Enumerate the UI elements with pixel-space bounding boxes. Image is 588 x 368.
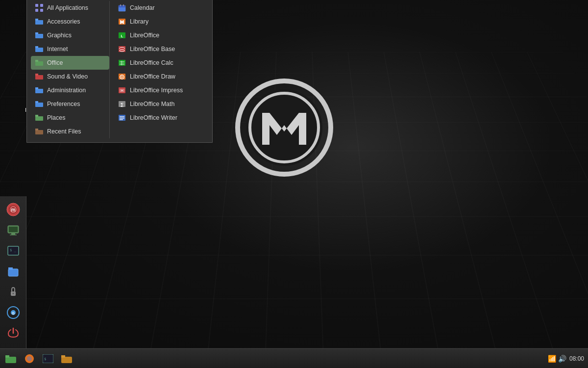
svg-text:∑: ∑ — [121, 102, 123, 107]
svg-rect-45 — [35, 74, 38, 76]
svg-rect-79 — [120, 116, 124, 117]
svg-rect-56 — [120, 4, 121, 6]
library-icon — [118, 17, 126, 26]
menu-item-all-apps[interactable]: All Applications — [31, 1, 109, 15]
menu-item-lo-draw[interactable]: LibreOffice Draw — [114, 70, 207, 83]
panel-lock[interactable] — [4, 283, 23, 301]
menu-right-column: Calendar Library L — [109, 1, 207, 138]
taskbar-right: 📶 🔊 08:00 — [548, 355, 588, 363]
menu-item-internet[interactable]: Internet — [31, 42, 109, 56]
accessories-label: Accessories — [47, 18, 80, 25]
start-menu: 🔍 All Applications — [26, 0, 213, 143]
svg-rect-80 — [120, 118, 124, 119]
calendar-label: Calendar — [130, 4, 155, 11]
menu-item-lo-calc[interactable]: LibreOffice Calc — [114, 56, 207, 70]
menu-item-accessories[interactable]: Accessories — [31, 15, 109, 28]
recent-files-icon — [35, 127, 44, 136]
administration-icon — [35, 86, 44, 95]
menu-item-lo-base[interactable]: LibreOffice Base — [114, 42, 207, 56]
svg-rect-49 — [35, 101, 38, 103]
graphics-icon — [35, 31, 44, 40]
svg-rect-69 — [122, 61, 122, 65]
svg-rect-20 — [9, 227, 18, 232]
calendar-app-icon — [118, 3, 126, 12]
preferences-icon — [35, 100, 44, 108]
menu-item-calendar[interactable]: Calendar — [114, 1, 207, 15]
lo-math-label: LibreOffice Math — [130, 101, 174, 107]
desktop: Computer Home — [0, 0, 588, 368]
menu-item-places[interactable]: Places — [31, 111, 109, 125]
network-icon: 📶 — [548, 355, 556, 363]
office-icon — [35, 58, 44, 67]
all-apps-icon — [35, 3, 44, 12]
lo-math-icon: ∑ — [118, 100, 126, 108]
svg-rect-44 — [35, 75, 43, 79]
recent-files-label: Recent Files — [47, 128, 81, 135]
svg-rect-21 — [11, 233, 15, 235]
sound-video-label: Sound & Video — [47, 73, 88, 80]
svg-rect-32 — [35, 4, 38, 7]
menu-item-libreoffice[interactable]: L LibreOffice — [114, 28, 207, 42]
svg-rect-43 — [35, 60, 38, 62]
menu-item-preferences[interactable]: Preferences — [31, 97, 109, 111]
lo-writer-icon — [118, 113, 126, 122]
menu-item-administration[interactable]: Administration — [31, 83, 109, 97]
svg-rect-42 — [35, 61, 43, 66]
svg-rect-38 — [35, 34, 43, 38]
linux-mint-logo — [235, 79, 333, 177]
lo-impress-icon — [118, 86, 126, 95]
svg-rect-26 — [8, 267, 13, 270]
volume-icon: 🔊 — [558, 355, 566, 363]
library-label: Library — [130, 18, 148, 25]
panel-files[interactable] — [4, 262, 23, 281]
svg-rect-83 — [5, 355, 9, 358]
menu-item-office[interactable]: Office — [31, 56, 109, 70]
taskbar-firefox[interactable] — [21, 350, 38, 367]
menu-columns: All Applications Accessories — [31, 1, 208, 138]
svg-rect-40 — [35, 48, 43, 52]
panel-mint-button[interactable]: m — [4, 200, 23, 219]
menu-left-column: All Applications Accessories — [31, 1, 109, 138]
svg-text:$: $ — [44, 357, 46, 361]
panel-terminal[interactable]: $ _ — [4, 241, 23, 260]
menu-item-lo-math[interactable]: ∑ LibreOffice Math — [114, 97, 207, 111]
svg-point-28 — [12, 293, 14, 294]
svg-rect-22 — [10, 235, 17, 236]
svg-rect-55 — [119, 5, 125, 7]
svg-rect-81 — [120, 119, 123, 120]
taskbar-left: $ — [0, 350, 75, 367]
svg-rect-52 — [35, 130, 43, 134]
svg-rect-41 — [35, 46, 38, 48]
menu-item-library[interactable]: Library — [114, 15, 207, 28]
panel-show-desktop[interactable] — [4, 221, 23, 239]
menu-item-lo-impress[interactable]: LibreOffice Impress — [114, 83, 207, 97]
libreoffice-label: LibreOffice — [130, 32, 159, 39]
lo-writer-label: LibreOffice Writer — [130, 114, 177, 121]
svg-rect-35 — [40, 9, 43, 12]
svg-rect-51 — [35, 115, 38, 117]
sound-video-icon — [35, 72, 44, 81]
panel-power[interactable] — [4, 324, 23, 342]
svg-text:$ _: $ _ — [10, 248, 16, 252]
system-tray: 📶 🔊 — [548, 355, 566, 363]
preferences-label: Preferences — [47, 101, 80, 107]
lo-calc-label: LibreOffice Calc — [130, 59, 173, 66]
left-panel: m $ _ — [0, 196, 26, 348]
places-label: Places — [47, 114, 66, 121]
menu-item-graphics[interactable]: Graphics — [31, 28, 109, 42]
office-label: Office — [47, 59, 63, 66]
taskbar-terminal[interactable]: $ — [39, 350, 57, 367]
taskbar-files[interactable] — [58, 350, 75, 367]
accessories-icon — [35, 17, 44, 26]
menu-item-lo-writer[interactable]: LibreOffice Writer — [114, 111, 207, 125]
menu-item-recent-files[interactable]: Recent Files — [31, 125, 109, 138]
svg-rect-37 — [35, 19, 38, 21]
taskbar-time: 08:00 — [569, 355, 584, 362]
panel-browser[interactable]: G — [4, 303, 23, 322]
svg-rect-34 — [35, 9, 38, 12]
lo-impress-label: LibreOffice Impress — [130, 87, 183, 94]
menu-item-sound-video[interactable]: Sound & Video — [31, 70, 109, 83]
internet-label: Internet — [47, 46, 68, 53]
svg-rect-36 — [35, 20, 43, 25]
taskbar-home-folder[interactable] — [2, 350, 20, 367]
